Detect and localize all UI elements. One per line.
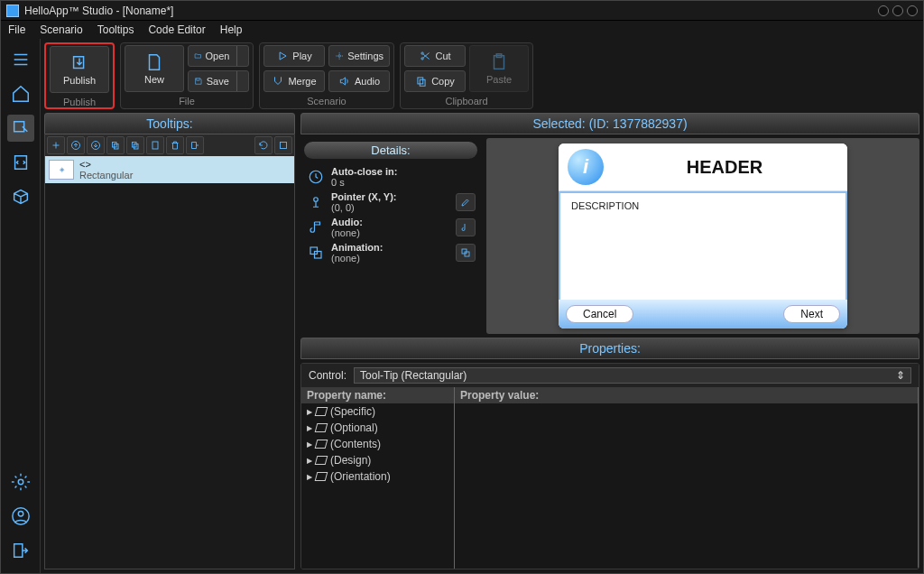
ribbon-group-scenario: Play Merge Settings Audio Scenario — [259, 42, 394, 109]
svg-point-4 — [421, 58, 423, 60]
preview-description: DESCRIPTION — [559, 191, 847, 300]
audio-edit-button[interactable] — [456, 218, 476, 236]
paste-button[interactable]: Paste — [469, 45, 529, 92]
tooltip-item-title: <> — [79, 159, 133, 170]
prop-node-specific[interactable]: ▶(Specific) — [301, 403, 454, 420]
tooltip-collapse[interactable] — [274, 136, 292, 154]
menu-file[interactable]: File — [8, 23, 25, 36]
info-icon: i — [568, 149, 604, 185]
rail-settings[interactable] — [7, 468, 34, 495]
properties-col-value: Property value: — [455, 387, 918, 403]
rail-user[interactable] — [7, 503, 34, 530]
clock-icon — [306, 167, 326, 187]
svg-rect-7 — [420, 79, 425, 86]
audio-icon — [338, 75, 351, 88]
svg-rect-20 — [310, 247, 318, 255]
play-icon — [276, 50, 289, 62]
svg-rect-6 — [418, 78, 423, 84]
tooltip-export[interactable] — [186, 136, 204, 154]
animation-edit-button[interactable] — [456, 244, 476, 262]
titlebar: HelloApp™ Studio - [Noname*] — [1, 1, 923, 21]
group-label-publish: Publish — [46, 95, 113, 110]
tooltip-list-item[interactable]: ◈ <> Rectangular — [45, 156, 294, 183]
save-dropdown[interactable] — [236, 71, 243, 91]
control-select[interactable]: Tool-Tip (Rectangular) ⇕ — [354, 367, 911, 384]
menu-code-editor[interactable]: Code Editor — [148, 23, 205, 36]
merge-icon — [272, 75, 284, 88]
selected-panel-header: Selected: (ID: 1377882937) — [300, 113, 919, 134]
details-panel: Details: Auto-close in:0 s Pointer (X, Y… — [300, 138, 481, 334]
ribbon-group-publish: Publish Publish — [44, 42, 115, 109]
tooltip-refresh[interactable] — [254, 136, 273, 154]
tooltip-down[interactable] — [87, 136, 105, 154]
ribbon-group-file: New Open Save File — [120, 42, 254, 109]
clipboard-icon — [489, 52, 509, 72]
play-button[interactable]: Play — [263, 45, 325, 67]
preview-cancel-button[interactable]: Cancel — [566, 305, 633, 323]
svg-rect-22 — [462, 249, 467, 254]
close-button[interactable] — [907, 5, 918, 16]
svg-rect-16 — [152, 142, 158, 149]
open-button[interactable]: Open — [188, 45, 249, 67]
ribbon: Publish Publish New Open — [41, 39, 923, 109]
properties-panel-header: Properties: — [300, 338, 919, 359]
scissors-icon — [419, 50, 431, 62]
svg-point-5 — [421, 52, 423, 54]
tooltip-delete[interactable] — [166, 136, 184, 154]
tooltip-up[interactable] — [67, 136, 85, 154]
svg-point-2 — [18, 512, 23, 517]
tooltip-copy2[interactable] — [126, 136, 144, 154]
menu-help[interactable]: Help — [220, 23, 243, 36]
preview-header: HEADER — [611, 157, 838, 178]
pointer-edit-button[interactable] — [456, 193, 476, 211]
rail-package[interactable] — [7, 183, 34, 210]
svg-rect-17 — [281, 143, 287, 149]
save-icon — [194, 75, 203, 88]
rail-edit[interactable] — [7, 115, 34, 142]
file-icon — [144, 52, 164, 72]
rail-home[interactable] — [7, 80, 34, 107]
tooltip-add[interactable] — [47, 136, 65, 154]
audio-button[interactable]: Audio — [328, 70, 390, 92]
details-header: Details: — [304, 142, 477, 159]
svg-rect-21 — [315, 252, 322, 259]
open-dropdown[interactable] — [236, 46, 243, 66]
minimize-button[interactable] — [878, 5, 889, 16]
copy-button[interactable]: Copy — [404, 70, 466, 92]
preview-next-button[interactable]: Next — [783, 305, 840, 323]
prop-node-design[interactable]: ▶(Design) — [301, 452, 454, 468]
rail-exit[interactable] — [7, 537, 34, 564]
svg-point-19 — [314, 198, 319, 202]
tooltip-paste[interactable] — [146, 136, 164, 154]
save-button[interactable]: Save — [188, 70, 249, 92]
animation-icon — [306, 243, 326, 263]
settings-button[interactable]: Settings — [328, 45, 390, 67]
app-logo-icon — [6, 5, 19, 17]
note-icon — [306, 218, 326, 237]
ribbon-group-clipboard: Cut Copy Paste Clipboard — [400, 42, 533, 109]
cut-button[interactable]: Cut — [404, 45, 466, 67]
menu-bar: File Scenario Tooltips Code Editor Help — [1, 21, 923, 39]
gear-icon — [335, 50, 344, 62]
menu-scenario[interactable]: Scenario — [40, 23, 82, 36]
window-title: HelloApp™ Studio - [Noname*] — [24, 5, 173, 17]
prop-node-optional[interactable]: ▶(Optional) — [301, 420, 454, 436]
control-label: Control: — [309, 369, 346, 382]
rail-hamburger[interactable] — [7, 46, 34, 73]
new-button[interactable]: New — [125, 45, 184, 92]
prop-node-contents[interactable]: ▶(Contents) — [301, 436, 454, 452]
pointer-icon — [306, 192, 326, 212]
tooltips-panel-header: Tooltips: — [44, 113, 295, 134]
rail-code[interactable] — [7, 149, 34, 176]
prop-node-orientation[interactable]: ▶(Orientation) — [301, 468, 454, 485]
tooltip-copy1[interactable] — [106, 136, 125, 154]
merge-button[interactable]: Merge — [263, 70, 325, 92]
tooltip-item-subtitle: Rectangular — [79, 170, 133, 181]
preview-area: i HEADER DESCRIPTION Cancel Next — [486, 138, 919, 334]
svg-rect-23 — [465, 252, 469, 256]
publish-button[interactable]: Publish — [50, 46, 109, 93]
maximize-button[interactable] — [892, 5, 903, 16]
properties-col-name: Property name: — [301, 387, 454, 403]
copy-icon — [415, 75, 428, 88]
menu-tooltips[interactable]: Tooltips — [97, 23, 134, 36]
